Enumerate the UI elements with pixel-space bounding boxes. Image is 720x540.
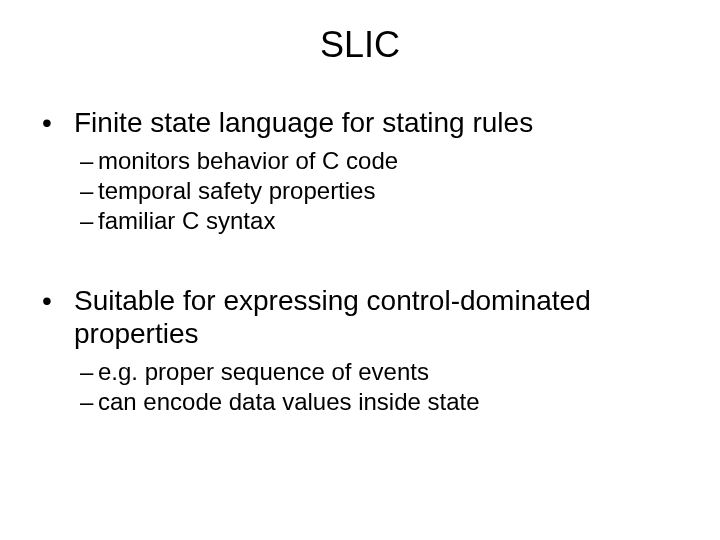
bullet-item: • Finite state language for stating rule… [38, 106, 682, 140]
sub-item: – temporal safety properties [38, 176, 682, 206]
bullet-item: • Suitable for expressing control-domina… [38, 284, 682, 351]
dash-icon: – [80, 146, 98, 176]
sub-item-text: monitors behavior of C code [98, 146, 398, 176]
slide-title: SLIC [0, 24, 720, 66]
dash-icon: – [80, 357, 98, 387]
sub-item: – can encode data values inside state [38, 387, 682, 417]
dash-icon: – [80, 176, 98, 206]
disc-icon: • [38, 284, 74, 318]
sub-item: – monitors behavior of C code [38, 146, 682, 176]
sub-item-text: e.g. proper sequence of events [98, 357, 429, 387]
spacer [38, 236, 682, 284]
sub-item-text: familiar C syntax [98, 206, 275, 236]
slide: SLIC • Finite state language for stating… [0, 0, 720, 540]
sub-item-text: temporal safety properties [98, 176, 375, 206]
sub-item: – familiar C syntax [38, 206, 682, 236]
disc-icon: • [38, 106, 74, 140]
dash-icon: – [80, 206, 98, 236]
slide-body: • Finite state language for stating rule… [0, 106, 720, 417]
sub-item: – e.g. proper sequence of events [38, 357, 682, 387]
bullet-text: Suitable for expressing control-dominate… [74, 284, 682, 351]
bullet-text: Finite state language for stating rules [74, 106, 682, 140]
dash-icon: – [80, 387, 98, 417]
sub-item-text: can encode data values inside state [98, 387, 480, 417]
